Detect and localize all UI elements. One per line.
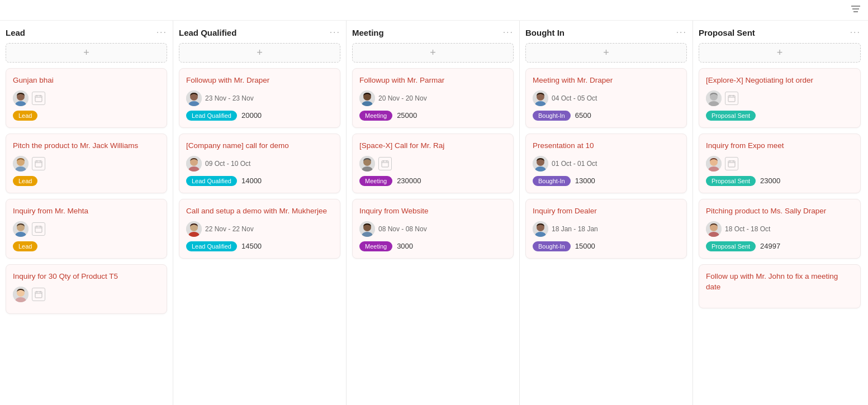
column-menu-button[interactable]: ··· xyxy=(156,27,167,37)
column-title: Bought In xyxy=(525,28,565,37)
card-footer: Lead xyxy=(13,176,160,186)
status-badge: Proposal Sent xyxy=(706,111,756,121)
status-badge: Lead Qualified xyxy=(186,111,237,121)
status-badge: Meeting xyxy=(359,241,392,251)
column-title: Lead xyxy=(6,28,25,37)
card-title: Inquiry from Website xyxy=(359,206,506,217)
card-meta: 23 Nov - 23 Nov xyxy=(186,90,333,106)
card-date: 04 Oct - 05 Oct xyxy=(552,94,597,102)
status-badge: Lead Qualified xyxy=(186,241,237,251)
add-card-button[interactable]: + xyxy=(699,43,861,63)
card-amount: 14000 xyxy=(241,177,262,185)
avatar xyxy=(359,90,375,106)
card-title: Followup with Mr. Parmar xyxy=(359,75,506,86)
card-date: 18 Oct - 18 Oct xyxy=(725,225,770,233)
card-meta: 18 Jan - 18 Jan xyxy=(533,221,680,237)
calendar-icon xyxy=(725,92,738,105)
avatar xyxy=(13,90,29,106)
avatar xyxy=(186,156,202,171)
avatar xyxy=(13,221,29,237)
card-title: Inquiry from Dealer xyxy=(533,206,680,217)
kanban-card[interactable]: Inquiry for 30 Qty of Product T5 xyxy=(6,264,167,314)
card-amount: 14500 xyxy=(241,242,262,250)
kanban-card[interactable]: Pitch the product to Mr. Jack Williams L… xyxy=(6,134,167,193)
avatar xyxy=(13,156,29,171)
card-footer: Proposal Sent23000 xyxy=(706,176,853,186)
kanban-card[interactable]: Followup with Mr. Parmar20 Nov - 20 NovM… xyxy=(352,68,514,128)
status-badge: Bought-In xyxy=(533,111,571,121)
card-meta xyxy=(13,90,160,106)
column-header: Bought In··· xyxy=(525,27,687,37)
card-meta: 22 Nov - 22 Nov xyxy=(186,221,333,237)
add-card-button[interactable]: + xyxy=(525,43,687,63)
card-footer: Lead Qualified20000 xyxy=(186,111,333,121)
card-meta: 09 Oct - 10 Oct xyxy=(186,156,333,171)
column-bought-in: Bought In···+Meeting with Mr. Draper04 O… xyxy=(520,21,693,405)
column-menu-button[interactable]: ··· xyxy=(330,27,340,37)
card-meta xyxy=(706,156,853,171)
card-amount: 20000 xyxy=(241,111,262,120)
kanban-card[interactable]: [Space-X] Call for Mr. Raj Meeting230000 xyxy=(352,134,514,193)
add-card-button[interactable]: + xyxy=(6,43,167,63)
avatar xyxy=(186,221,202,237)
card-footer: Bought-In13000 xyxy=(533,176,680,186)
avatar xyxy=(706,90,722,106)
avatar xyxy=(706,156,722,171)
column-menu-button[interactable]: ··· xyxy=(850,27,861,37)
column-menu-button[interactable]: ··· xyxy=(503,27,514,37)
card-title: Call and setup a demo with Mr. Mukherjee xyxy=(186,206,333,217)
status-badge: Bought-In xyxy=(533,241,571,251)
kanban-card[interactable]: Presentation at 1001 Oct - 01 OctBought-… xyxy=(525,134,687,193)
card-date: 22 Nov - 22 Nov xyxy=(205,225,254,233)
status-badge: Proposal Sent xyxy=(706,241,756,251)
filter-icon[interactable] xyxy=(850,4,861,16)
column-header: Lead Qualified··· xyxy=(179,27,340,37)
column-proposal-sent: Proposal Sent···+[Explore-X] Negotiating… xyxy=(693,21,866,405)
kanban-card[interactable]: Meeting with Mr. Draper04 Oct - 05 OctBo… xyxy=(525,68,687,128)
kanban-card[interactable]: Pitching product to Ms. Sally Draper18 O… xyxy=(699,199,861,259)
card-date: 09 Oct - 10 Oct xyxy=(205,160,250,168)
kanban-card[interactable]: Follow up with Mr. John to fix a meeting… xyxy=(699,264,861,309)
card-footer: Lead Qualified14000 xyxy=(186,176,333,186)
top-bar xyxy=(0,0,868,21)
card-meta: 08 Nov - 08 Nov xyxy=(359,221,506,237)
card-footer: Proposal Sent24997 xyxy=(706,241,853,251)
svg-rect-65 xyxy=(728,96,735,102)
card-title: Meeting with Mr. Draper xyxy=(533,75,680,86)
add-card-button[interactable]: + xyxy=(352,43,514,63)
calendar-icon xyxy=(32,157,45,170)
avatar xyxy=(13,287,29,302)
column-header: Proposal Sent··· xyxy=(699,27,861,37)
card-title: Inquiry from Expo meet xyxy=(706,141,853,151)
status-badge: Proposal Sent xyxy=(706,176,756,186)
status-badge: Meeting xyxy=(359,176,392,186)
kanban-card[interactable]: [Company name] call for demo09 Oct - 10 … xyxy=(179,134,340,193)
card-date: 01 Oct - 01 Oct xyxy=(552,160,597,168)
card-footer: Lead Qualified14500 xyxy=(186,241,333,251)
card-amount: 25000 xyxy=(397,111,417,120)
kanban-card[interactable]: Inquiry from Dealer18 Jan - 18 JanBought… xyxy=(525,199,687,259)
add-card-button[interactable]: + xyxy=(179,43,340,63)
kanban-card[interactable]: Followup with Mr. Draper23 Nov - 23 NovL… xyxy=(179,68,340,128)
avatar xyxy=(706,221,722,237)
column-lead: Lead···+Gunjan bhai LeadPitch the produc… xyxy=(0,21,173,405)
status-badge: Lead Qualified xyxy=(186,176,237,186)
kanban-card[interactable]: Gunjan bhai Lead xyxy=(6,68,167,128)
kanban-card[interactable]: Inquiry from Mr. Mehta Lead xyxy=(6,199,167,259)
card-meta xyxy=(13,221,160,237)
card-footer: Lead xyxy=(13,241,160,251)
card-footer: Meeting3000 xyxy=(359,241,506,251)
card-title: [Company name] call for demo xyxy=(186,141,333,151)
avatar xyxy=(186,90,202,106)
card-footer: Meeting25000 xyxy=(359,111,506,121)
svg-rect-27 xyxy=(35,292,42,298)
column-menu-button[interactable]: ··· xyxy=(676,27,687,37)
calendar-icon xyxy=(32,222,45,236)
card-amount: 230000 xyxy=(397,177,421,185)
card-title: Pitch the product to Mr. Jack Williams xyxy=(13,141,160,151)
kanban-card[interactable]: Call and setup a demo with Mr. Mukherjee… xyxy=(179,199,340,259)
card-title: [Space-X] Call for Mr. Raj xyxy=(359,141,506,151)
kanban-card[interactable]: Inquiry from Expo meet Proposal Sent2300… xyxy=(699,134,861,193)
kanban-card[interactable]: Inquiry from Website08 Nov - 08 NovMeeti… xyxy=(352,199,514,259)
kanban-card[interactable]: [Explore-X] Negotiating lot order Propos… xyxy=(699,68,861,128)
